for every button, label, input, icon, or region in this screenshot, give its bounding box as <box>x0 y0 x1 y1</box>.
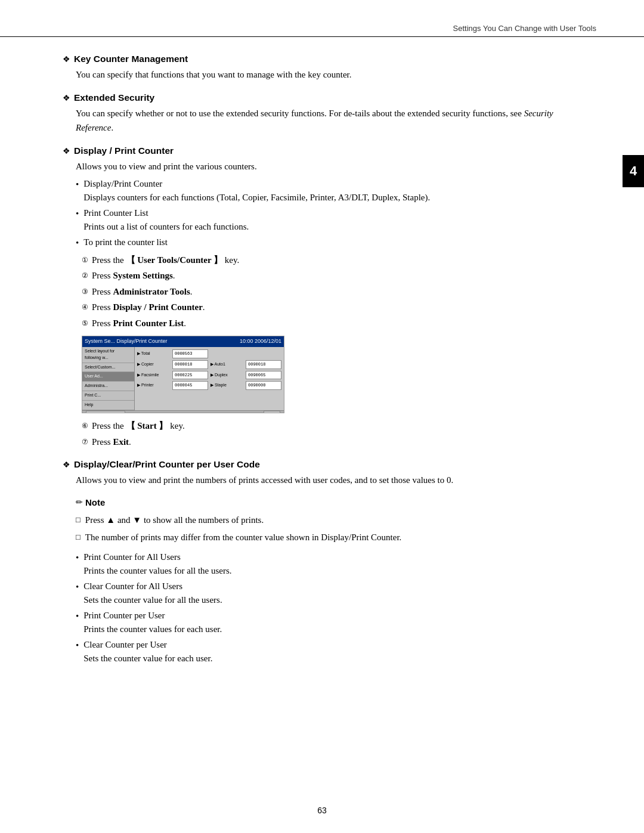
screenshot: System Se... Display/Print Counter 10:00… <box>82 336 284 413</box>
step-1-key: 【 User Tools/Counter 】 <box>126 255 223 265</box>
diamond-bullet-2: ❖ <box>63 93 70 103</box>
extended-security-body: You can specify whether or not to use th… <box>76 107 590 135</box>
sub-bullet-3-title: Print Counter per User <box>83 609 222 623</box>
note-item-1: Press ▲ and ▼ to show all the numbers of… <box>76 513 590 527</box>
sub-bullet-3-content: Print Counter per User Prints the counte… <box>83 609 222 636</box>
step-4-num: ④ <box>82 302 88 312</box>
extended-security-text: You can specify whether or not to use th… <box>76 107 590 135</box>
sub-bullet-2-desc: Sets the counter value for all the users… <box>83 593 222 607</box>
sub-bullet-1: Print Counter for All Users Prints the c… <box>76 550 590 577</box>
note-header: ✏ Note <box>76 496 590 509</box>
step-7-key: Exit <box>113 437 129 447</box>
step-1-num: ① <box>82 255 88 265</box>
step-3-key: Administrator Tools <box>113 287 190 296</box>
ss-label-duplex: ▶ Duplex <box>210 372 243 379</box>
key-counter-text: You can specify that functions that you … <box>76 68 590 82</box>
display-clear-body: Allows you to view and print the numbers… <box>76 473 590 665</box>
section-display-print-header: ❖ Display / Print Counter <box>63 145 590 156</box>
ss-title-text: System Se... Display/Print Counter <box>85 337 168 346</box>
ss-label-facsimile: ▶ Facsimile <box>137 372 170 379</box>
step-3: ③ Press Administrator Tools. <box>82 285 590 299</box>
step-7-text: Press Exit. <box>92 435 131 449</box>
sub-bullet-2-title: Clear Counter for All Users <box>83 580 222 593</box>
sub-bullet-3: Print Counter per User Prints the counte… <box>76 609 590 636</box>
security-reference-italic: Security Reference <box>76 109 553 132</box>
step-2-key: System Settings <box>113 271 172 280</box>
ss-label-total: ▶ Total <box>137 351 170 357</box>
ss-print-counter-list-btn[interactable]: Print Counter List <box>86 411 125 413</box>
ss-row-facsimile: ▶ Facsimile 0000225 ▶ Duplex 0090065 <box>137 371 281 380</box>
sub-bullet-4-title: Clear Counter per User <box>83 638 212 652</box>
section-key-counter-header: ❖ Key Counter Management <box>63 54 590 64</box>
ss-sidebar-item-6: Help <box>82 401 134 410</box>
ss-content: Select layout for following w... Select/… <box>82 347 284 410</box>
display-print-body: Allows you to view and print the various… <box>76 160 590 448</box>
step-5-num: ⑤ <box>82 318 88 329</box>
step-3-num: ③ <box>82 286 88 297</box>
note-title: Note <box>85 496 105 509</box>
bullet-display-print-counter: Display/Print Counter Displays counters … <box>76 177 590 204</box>
display-clear-title: Display/Clear/Print Counter per User Cod… <box>74 459 260 470</box>
after-screenshot-steps: ⑥ Press the 【 Start 】 key. ⑦ Press Exit. <box>82 419 590 448</box>
note-section: ✏ Note Press ▲ and ▼ to show all the num… <box>76 496 590 544</box>
sub-bullet-2: Clear Counter for All Users Sets the cou… <box>76 580 590 606</box>
ss-label-auto1: ▶ Auto1 <box>210 361 243 368</box>
note-item-2-text: The number of prints may differ from the… <box>85 531 401 544</box>
ss-ok-btn[interactable]: OK <box>264 411 280 413</box>
ss-value-duplex: 0090065 <box>246 371 281 380</box>
page-header: Settings You Can Change with User Tools <box>0 24 644 37</box>
note-icon: ✏ <box>76 496 83 509</box>
ss-value-facsimile: 0000225 <box>172 371 208 380</box>
step-1: ① Press the 【 User Tools/Counter 】 key. <box>82 253 590 267</box>
step-4: ④ Press Display / Print Counter. <box>82 301 590 314</box>
ss-sidebar-item-5: Print C... <box>82 391 134 401</box>
ss-row-total: ▶ Total 0000563 <box>137 349 281 358</box>
chapter-number: 4 <box>630 163 637 179</box>
step-4-key: Display / Print Counter <box>113 302 202 312</box>
ss-titlebar: System Se... Display/Print Counter 10:00… <box>82 336 284 347</box>
ss-main: ▶ Total 0000563 ▶ Copier 0000018 ▶ Auto1… <box>135 347 284 410</box>
display-print-title: Display / Print Counter <box>74 145 174 156</box>
step-2-num: ② <box>82 270 88 281</box>
sub-bullet-4-content: Clear Counter per User Sets the counter … <box>83 638 212 665</box>
ss-row-copier: ▶ Copier 0000018 ▶ Auto1 0090018 <box>137 360 281 369</box>
diamond-bullet-1: ❖ <box>63 54 70 64</box>
ss-row-printer: ▶ Printer 0000045 ▶ Staple 0090000 <box>137 381 281 390</box>
section-display-clear-header: ❖ Display/Clear/Print Counter per User C… <box>63 459 590 470</box>
bullet-to-print: To print the counter list <box>76 236 590 250</box>
ss-value-printer: 0000045 <box>172 381 208 390</box>
main-content: ❖ Key Counter Management You can specify… <box>0 54 644 665</box>
sub-bullets-list: Print Counter for All Users Prints the c… <box>76 550 590 665</box>
diamond-bullet-3: ❖ <box>63 146 70 156</box>
ss-timestamp: 10:00 2006/12/01 <box>240 337 281 346</box>
bullet-item-2-content: Print Counter List Prints out a list of … <box>83 206 249 233</box>
sub-bullet-1-content: Print Counter for All Users Prints the c… <box>83 550 231 577</box>
step-5-key: Print Counter List <box>113 318 184 328</box>
chapter-tab: 4 <box>623 155 644 187</box>
diamond-bullet-4: ❖ <box>63 460 70 470</box>
display-print-intro: Allows you to view and print the various… <box>76 160 590 174</box>
step-5-text: Press Print Counter List. <box>92 317 186 330</box>
bullet-item-3-title: To print the counter list <box>83 236 168 249</box>
screenshot-inner: System Se... Display/Print Counter 10:00… <box>82 336 284 413</box>
down-arrow: ▼ <box>132 515 141 525</box>
key-counter-title: Key Counter Management <box>74 54 188 64</box>
ss-label-copier: ▶ Copier <box>137 361 170 368</box>
sub-bullet-2-content: Clear Counter for All Users Sets the cou… <box>83 580 222 606</box>
sub-bullet-4-desc: Sets the counter value for each user. <box>83 652 212 665</box>
step-6-num: ⑥ <box>82 420 88 431</box>
step-3-text: Press Administrator Tools. <box>92 285 193 299</box>
bullet-item-1-content: Display/Print Counter Displays counters … <box>83 177 430 204</box>
ss-value-staple: 0090000 <box>246 381 281 390</box>
step-7-num: ⑦ <box>82 436 88 447</box>
up-arrow: ▲ <box>106 515 115 525</box>
display-clear-text: Allows you to view and print the numbers… <box>76 473 590 487</box>
step-6-key: 【 Start 】 <box>126 421 168 431</box>
bullet-item-2-title: Print Counter List <box>83 206 249 220</box>
step-5: ⑤ Press Print Counter List. <box>82 317 590 330</box>
ss-value-auto1: 0090018 <box>246 360 281 369</box>
sub-bullet-1-desc: Prints the counter values for all the us… <box>83 564 231 578</box>
note-item-1-text: Press ▲ and ▼ to show all the numbers of… <box>85 513 264 527</box>
step-7: ⑦ Press Exit. <box>82 435 590 449</box>
step-2: ② Press System Settings. <box>82 269 590 283</box>
